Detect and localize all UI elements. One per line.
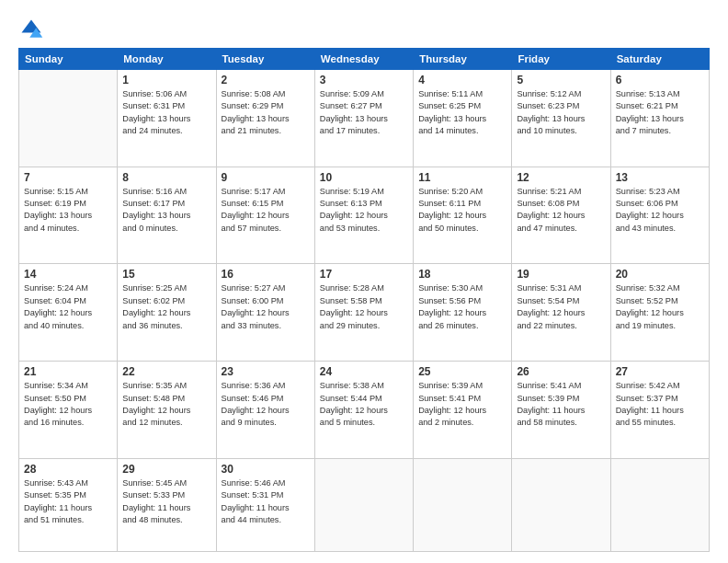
calendar-cell: 18Sunrise: 5:30 AM Sunset: 5:56 PM Dayli… [414,264,512,362]
calendar-cell: 19Sunrise: 5:31 AM Sunset: 5:54 PM Dayli… [512,264,610,362]
day-info: Sunrise: 5:27 AM Sunset: 6:00 PM Dayligh… [222,282,310,331]
col-header-monday: Monday [118,49,216,70]
day-info: Sunrise: 5:38 AM Sunset: 5:44 PM Dayligh… [320,380,408,429]
calendar-cell: 23Sunrise: 5:36 AM Sunset: 5:46 PM Dayli… [216,362,314,459]
calendar-table: SundayMondayTuesdayWednesdayThursdayFrid… [18,48,710,552]
calendar-cell [512,458,610,551]
calendar-cell: 1Sunrise: 5:06 AM Sunset: 6:31 PM Daylig… [118,70,216,167]
calendar-cell [314,458,413,551]
day-number: 22 [122,365,210,378]
day-number: 6 [616,74,704,86]
calendar-cell: 13Sunrise: 5:23 AM Sunset: 6:06 PM Dayli… [610,167,709,264]
calendar-cell: 9Sunrise: 5:17 AM Sunset: 6:15 PM Daylig… [216,167,314,264]
calendar-cell: 2Sunrise: 5:08 AM Sunset: 6:29 PM Daylig… [216,70,314,167]
day-info: Sunrise: 5:39 AM Sunset: 5:41 PM Dayligh… [418,380,506,429]
day-number: 8 [122,171,210,184]
calendar-cell: 24Sunrise: 5:38 AM Sunset: 5:44 PM Dayli… [314,362,413,459]
day-info: Sunrise: 5:28 AM Sunset: 5:58 PM Dayligh… [320,282,408,331]
calendar-cell [414,458,512,551]
calendar-week-4: 21Sunrise: 5:34 AM Sunset: 5:50 PM Dayli… [19,362,710,459]
day-number: 19 [517,268,605,281]
calendar-cell: 27Sunrise: 5:42 AM Sunset: 5:37 PM Dayli… [610,362,709,459]
day-info: Sunrise: 5:34 AM Sunset: 5:50 PM Dayligh… [24,380,112,429]
calendar-week-2: 7Sunrise: 5:15 AM Sunset: 6:19 PM Daylig… [19,167,710,264]
calendar-cell: 14Sunrise: 5:24 AM Sunset: 6:04 PM Dayli… [19,264,118,362]
day-info: Sunrise: 5:46 AM Sunset: 5:31 PM Dayligh… [222,477,310,526]
day-number: 30 [222,463,310,476]
day-number: 14 [24,268,112,281]
calendar-week-5: 28Sunrise: 5:43 AM Sunset: 5:35 PM Dayli… [19,458,710,551]
calendar-cell: 28Sunrise: 5:43 AM Sunset: 5:35 PM Dayli… [19,458,118,551]
day-info: Sunrise: 5:08 AM Sunset: 6:29 PM Dayligh… [222,88,310,137]
day-info: Sunrise: 5:12 AM Sunset: 6:23 PM Dayligh… [517,88,605,137]
calendar-week-3: 14Sunrise: 5:24 AM Sunset: 6:04 PM Dayli… [19,264,710,362]
col-header-saturday: Saturday [610,49,709,70]
day-info: Sunrise: 5:17 AM Sunset: 6:15 PM Dayligh… [222,186,310,235]
calendar-cell: 15Sunrise: 5:25 AM Sunset: 6:02 PM Dayli… [118,264,216,362]
day-info: Sunrise: 5:13 AM Sunset: 6:21 PM Dayligh… [616,88,704,137]
day-number: 10 [320,171,408,184]
day-info: Sunrise: 5:35 AM Sunset: 5:48 PM Dayligh… [122,380,210,429]
day-info: Sunrise: 5:31 AM Sunset: 5:54 PM Dayligh… [517,282,605,331]
day-number: 26 [517,365,605,378]
day-info: Sunrise: 5:45 AM Sunset: 5:33 PM Dayligh… [122,477,210,526]
day-number: 15 [122,268,210,281]
day-info: Sunrise: 5:21 AM Sunset: 6:08 PM Dayligh… [517,186,605,235]
day-number: 3 [320,74,408,86]
col-header-sunday: Sunday [19,49,118,70]
day-info: Sunrise: 5:32 AM Sunset: 5:52 PM Dayligh… [616,282,704,331]
calendar-cell: 3Sunrise: 5:09 AM Sunset: 6:27 PM Daylig… [314,70,413,167]
calendar-cell: 26Sunrise: 5:41 AM Sunset: 5:39 PM Dayli… [512,362,610,459]
calendar-header-row: SundayMondayTuesdayWednesdayThursdayFrid… [19,49,710,70]
day-number: 20 [616,268,704,281]
day-number: 2 [222,74,310,86]
calendar-cell: 20Sunrise: 5:32 AM Sunset: 5:52 PM Dayli… [610,264,709,362]
calendar-cell: 6Sunrise: 5:13 AM Sunset: 6:21 PM Daylig… [610,70,709,167]
calendar-cell: 29Sunrise: 5:45 AM Sunset: 5:33 PM Dayli… [118,458,216,551]
day-info: Sunrise: 5:11 AM Sunset: 6:25 PM Dayligh… [418,88,506,137]
col-header-tuesday: Tuesday [216,49,314,70]
day-number: 28 [24,463,112,476]
day-info: Sunrise: 5:24 AM Sunset: 6:04 PM Dayligh… [24,282,112,331]
calendar-cell [19,70,118,167]
day-number: 13 [616,171,704,184]
calendar-cell: 7Sunrise: 5:15 AM Sunset: 6:19 PM Daylig… [19,167,118,264]
calendar-cell: 30Sunrise: 5:46 AM Sunset: 5:31 PM Dayli… [216,458,314,551]
day-number: 27 [616,365,704,378]
calendar-cell: 12Sunrise: 5:21 AM Sunset: 6:08 PM Dayli… [512,167,610,264]
day-number: 12 [517,171,605,184]
calendar-cell: 21Sunrise: 5:34 AM Sunset: 5:50 PM Dayli… [19,362,118,459]
calendar-cell: 17Sunrise: 5:28 AM Sunset: 5:58 PM Dayli… [314,264,413,362]
col-header-friday: Friday [512,49,610,70]
day-info: Sunrise: 5:15 AM Sunset: 6:19 PM Dayligh… [24,186,112,235]
day-info: Sunrise: 5:36 AM Sunset: 5:46 PM Dayligh… [222,380,310,429]
day-info: Sunrise: 5:19 AM Sunset: 6:13 PM Dayligh… [320,186,408,235]
day-info: Sunrise: 5:43 AM Sunset: 5:35 PM Dayligh… [24,477,112,526]
day-number: 29 [122,463,210,476]
calendar-cell: 11Sunrise: 5:20 AM Sunset: 6:11 PM Dayli… [414,167,512,264]
day-number: 1 [122,74,210,86]
col-header-wednesday: Wednesday [314,49,413,70]
day-number: 18 [418,268,506,281]
calendar-cell: 4Sunrise: 5:11 AM Sunset: 6:25 PM Daylig… [414,70,512,167]
calendar-cell: 8Sunrise: 5:16 AM Sunset: 6:17 PM Daylig… [118,167,216,264]
logo [18,17,48,42]
day-number: 7 [24,171,112,184]
day-info: Sunrise: 5:20 AM Sunset: 6:11 PM Dayligh… [418,186,506,235]
day-info: Sunrise: 5:41 AM Sunset: 5:39 PM Dayligh… [517,380,605,429]
day-number: 23 [222,365,310,378]
header [18,17,710,42]
page: SundayMondayTuesdayWednesdayThursdayFrid… [0,0,728,563]
day-number: 25 [418,365,506,378]
day-number: 11 [418,171,506,184]
day-number: 21 [24,365,112,378]
day-info: Sunrise: 5:06 AM Sunset: 6:31 PM Dayligh… [122,88,210,137]
day-info: Sunrise: 5:30 AM Sunset: 5:56 PM Dayligh… [418,282,506,331]
day-info: Sunrise: 5:23 AM Sunset: 6:06 PM Dayligh… [616,186,704,235]
day-number: 9 [222,171,310,184]
calendar-cell: 5Sunrise: 5:12 AM Sunset: 6:23 PM Daylig… [512,70,610,167]
calendar-week-1: 1Sunrise: 5:06 AM Sunset: 6:31 PM Daylig… [19,70,710,167]
day-number: 24 [320,365,408,378]
day-info: Sunrise: 5:42 AM Sunset: 5:37 PM Dayligh… [616,380,704,429]
day-number: 17 [320,268,408,281]
